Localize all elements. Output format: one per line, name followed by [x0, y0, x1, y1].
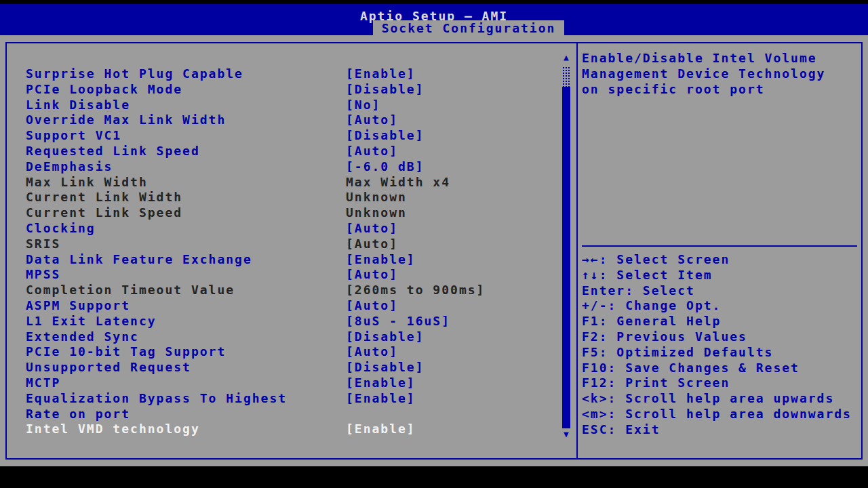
list-item[interactable]: Equalization Bypass To Highest[Enable]: [7, 391, 570, 407]
option-label: Extended Sync: [26, 329, 139, 345]
list-item[interactable]: DeEmphasis[-6.0 dB]: [7, 159, 570, 175]
option-label: Requested Link Speed: [26, 144, 200, 159]
help-panel: Enable/Disable Intel VolumeManagement De…: [578, 43, 861, 458]
option-label: Intel VMD technology: [26, 422, 200, 437]
key-legend: →←: Select Screen↑↓: Select ItemEnter: S…: [582, 252, 852, 438]
list-item[interactable]: Data Link Feature Exchange[Enable]: [7, 252, 570, 268]
list-item: Max Link WidthMax Width x4: [7, 175, 570, 190]
option-label: Support VC1: [26, 128, 121, 144]
key-hint: F2: Previous Values: [582, 329, 852, 345]
option-value: [Auto]: [346, 221, 398, 237]
key-hint: F12: Print Screen: [582, 375, 852, 391]
main-panel: Surprise Hot Plug Capable[Enable]PCIe Lo…: [5, 42, 863, 460]
option-value: [Enable]: [346, 252, 416, 268]
option-value: [8uS - 16uS]: [346, 314, 450, 329]
option-label: L1 Exit Latency: [26, 314, 157, 329]
key-hint: F1: General Help: [582, 314, 852, 329]
list-item[interactable]: Link Disable[No]: [7, 98, 570, 113]
list-item[interactable]: Support VC1[Disable]: [7, 128, 570, 144]
list-item: SRIS[Auto]: [7, 237, 570, 252]
option-label: Max Link Width: [26, 175, 148, 190]
option-label: MPSS: [26, 267, 60, 283]
option-value: [Enable]: [346, 422, 416, 437]
list-item: Current Link SpeedUnknown: [7, 205, 570, 221]
option-value: [Enable]: [346, 391, 416, 407]
list-item[interactable]: Rate on port: [7, 407, 570, 422]
option-label: ASPM Support: [26, 298, 130, 314]
option-value: [Auto]: [346, 267, 398, 283]
option-value: Max Width x4: [346, 175, 450, 190]
help-text: Enable/Disable Intel VolumeManagement De…: [582, 51, 825, 97]
key-hint: <k>: Scroll help area upwards: [582, 391, 852, 407]
option-value: [Enable]: [346, 66, 416, 82]
option-value: [Auto]: [346, 344, 398, 360]
option-value: [Auto]: [346, 237, 398, 252]
list-item: Completion Timeout Value[260ms to 900ms]: [7, 283, 570, 298]
option-label: DeEmphasis: [26, 159, 113, 175]
option-label: MCTP: [26, 375, 60, 391]
option-value: [-6.0 dB]: [346, 159, 425, 175]
option-label: SRIS: [26, 237, 60, 252]
key-hint: ↑↓: Select Item: [582, 268, 852, 283]
scrollbar-thumb[interactable]: [562, 66, 570, 428]
list-item[interactable]: PCIe Loopback Mode[Disable]: [7, 82, 570, 98]
key-hint: ESC: Exit: [582, 422, 852, 438]
tab-label: Socket Configuration: [382, 21, 556, 35]
option-label: PCIe Loopback Mode: [26, 82, 182, 98]
option-label: Unsupported Request: [26, 360, 191, 375]
help-text-line: on specific root port: [582, 82, 825, 98]
option-label: Override Max Link Width: [26, 113, 226, 128]
option-label: Data Link Feature Exchange: [26, 252, 252, 268]
scrollbar-thumb-texture: [562, 66, 570, 87]
option-value: Unknown: [346, 190, 407, 205]
scrollbar[interactable]: ▲ ▼: [561, 53, 572, 449]
option-value: [Disable]: [346, 360, 425, 375]
help-text-line: Management Device Technology: [582, 66, 825, 82]
list-item[interactable]: L1 Exit Latency[8uS - 16uS]: [7, 314, 570, 329]
option-value: [Disable]: [346, 329, 425, 345]
list-item[interactable]: PCIe 10-bit Tag Support[Auto]: [7, 344, 570, 360]
key-hint: F5: Optimized Defaults: [582, 345, 852, 361]
list-item[interactable]: Extended Sync[Disable]: [7, 329, 570, 345]
list-item[interactable]: MCTP[Enable]: [7, 375, 570, 391]
scroll-up-icon[interactable]: ▲: [561, 53, 572, 62]
help-text-line: Enable/Disable Intel Volume: [582, 51, 825, 66]
option-label: Link Disable: [26, 98, 130, 113]
option-label: Surprise Hot Plug Capable: [26, 66, 243, 82]
help-divider: [582, 245, 857, 247]
option-value: [Auto]: [346, 113, 398, 128]
option-label: Current Link Width: [26, 190, 182, 205]
bios-setup-screen: Aptio Setup – AMI Socket Configuration S…: [0, 0, 868, 488]
option-value: [Auto]: [346, 298, 398, 314]
tab-socket-configuration[interactable]: Socket Configuration: [373, 20, 564, 35]
key-hint: Enter: Select: [582, 283, 852, 299]
list-item[interactable]: Unsupported Request[Disable]: [7, 360, 570, 375]
key-hint: +/-: Change Opt.: [582, 298, 852, 314]
option-label: Current Link Speed: [26, 205, 182, 221]
key-hint: →←: Select Screen: [582, 252, 852, 268]
list-item[interactable]: Surprise Hot Plug Capable[Enable]: [7, 66, 570, 82]
option-label: PCIe 10-bit Tag Support: [26, 344, 226, 360]
option-value: [Disable]: [346, 82, 425, 98]
list-item: Current Link WidthUnknown: [7, 190, 570, 205]
option-label: Clocking: [26, 221, 96, 237]
option-value: [Disable]: [346, 128, 425, 144]
options-list: Surprise Hot Plug Capable[Enable]PCIe Lo…: [7, 66, 570, 437]
option-value: [260ms to 900ms]: [346, 283, 485, 298]
list-item[interactable]: Requested Link Speed[Auto]: [7, 144, 570, 159]
option-value: Unknown: [346, 205, 407, 221]
key-hint: <m>: Scroll help area downwards: [582, 407, 852, 422]
bottom-bar: [0, 466, 868, 488]
option-label: Equalization Bypass To Highest: [26, 391, 287, 407]
list-item[interactable]: Clocking[Auto]: [7, 221, 570, 237]
scroll-down-icon[interactable]: ▼: [561, 430, 572, 439]
list-item[interactable]: Intel VMD technology[Enable]: [7, 422, 570, 437]
list-item[interactable]: Override Max Link Width[Auto]: [7, 113, 570, 128]
option-label: Rate on port: [26, 407, 130, 422]
option-value: [No]: [346, 98, 380, 113]
key-hint: F10: Save Changes & Reset: [582, 361, 852, 376]
list-item[interactable]: MPSS[Auto]: [7, 267, 570, 283]
option-value: [Auto]: [346, 144, 398, 159]
list-item[interactable]: ASPM Support[Auto]: [7, 298, 570, 314]
option-value: [Enable]: [346, 375, 416, 391]
